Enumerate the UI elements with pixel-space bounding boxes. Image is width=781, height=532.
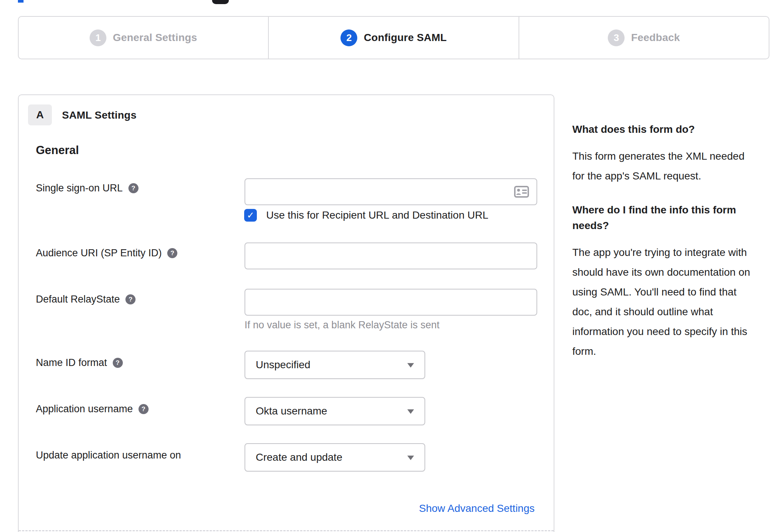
relay-state-label-row: Default RelayState ? <box>36 294 136 305</box>
chevron-down-icon <box>407 363 414 367</box>
update-app-username-label-row: Update application username on <box>36 450 181 461</box>
help-sidebar: What does this form do? This form genera… <box>572 122 766 378</box>
general-group-heading: General <box>36 144 79 157</box>
step-1-label: General Settings <box>113 32 197 44</box>
name-id-format-label-row: Name ID format ? <box>36 357 123 369</box>
help-question-1-title: What does this form do? <box>572 122 766 137</box>
sso-url-input[interactable] <box>245 178 537 205</box>
show-advanced-settings-link[interactable]: Show Advanced Settings <box>419 503 535 514</box>
sso-recipient-checkbox-row: ✓ Use this for Recipient URL and Destina… <box>244 209 488 222</box>
name-id-format-select[interactable]: Unspecified <box>245 351 425 379</box>
sso-url-input-wrap <box>245 178 537 205</box>
use-for-recipient-checkbox[interactable]: ✓ <box>244 209 257 222</box>
app-username-help-icon[interactable]: ? <box>139 404 149 414</box>
update-app-username-select[interactable]: Create and update <box>245 443 425 472</box>
step-feedback[interactable]: 3 Feedback <box>519 17 769 59</box>
relay-state-hint: If no value is set, a blank RelayState i… <box>245 319 439 331</box>
help-question-1-body: This form generates the XML needed for t… <box>572 146 766 186</box>
step-3-label: Feedback <box>631 32 680 44</box>
clipped-app-logo <box>212 0 229 4</box>
audience-uri-label-row: Audience URI (SP Entity ID) ? <box>36 247 177 259</box>
update-app-username-label: Update application username on <box>36 450 181 461</box>
relay-state-input[interactable] <box>245 289 537 316</box>
step-configure-saml[interactable]: 2 Configure SAML <box>268 17 518 59</box>
update-app-username-value: Create and update <box>256 451 342 463</box>
audience-uri-help-icon[interactable]: ? <box>167 248 177 258</box>
audience-uri-input[interactable] <box>245 242 537 269</box>
chevron-down-icon <box>407 409 414 414</box>
relay-state-input-wrap <box>245 289 537 316</box>
audience-uri-input-wrap <box>245 242 537 269</box>
app-username-select[interactable]: Okta username <box>245 397 425 425</box>
name-id-format-label: Name ID format <box>36 357 107 369</box>
section-title: SAML Settings <box>62 109 137 121</box>
section-dashed-divider <box>19 530 554 531</box>
relay-state-help-icon[interactable]: ? <box>125 294 136 304</box>
sso-url-label-row: Single sign-on URL ? <box>36 182 139 194</box>
use-for-recipient-checkbox-label: Use this for Recipient URL and Destinati… <box>266 209 488 221</box>
step-2-number-badge: 2 <box>340 29 357 46</box>
step-3-number-badge: 3 <box>608 29 625 46</box>
name-id-format-value: Unspecified <box>256 359 310 371</box>
step-general-settings[interactable]: 1 General Settings <box>19 17 268 59</box>
section-a-badge: A <box>28 104 52 125</box>
sso-url-help-icon[interactable]: ? <box>128 183 139 193</box>
configure-saml-page: 1 General Settings 2 Configure SAML 3 Fe… <box>0 0 781 532</box>
saml-settings-panel: A SAML Settings General Single sign-on U… <box>18 94 554 532</box>
app-username-label: Application username <box>36 403 133 415</box>
wizard-stepper: 1 General Settings 2 Configure SAML 3 Fe… <box>18 16 769 59</box>
chevron-down-icon <box>407 456 414 460</box>
help-question-2-body: The app you're trying to integrate with … <box>572 242 766 361</box>
step-2-label: Configure SAML <box>364 32 446 44</box>
app-username-value: Okta username <box>256 405 327 417</box>
help-question-2-title: Where do I find the info this form needs… <box>572 202 766 234</box>
app-username-label-row: Application username ? <box>36 403 149 415</box>
relay-state-label: Default RelayState <box>36 294 120 305</box>
name-id-format-help-icon[interactable]: ? <box>113 358 123 368</box>
audience-uri-label: Audience URI (SP Entity ID) <box>36 247 162 259</box>
sso-url-label: Single sign-on URL <box>36 182 123 194</box>
clipped-blue-element <box>18 0 24 3</box>
step-1-number-badge: 1 <box>90 29 106 46</box>
